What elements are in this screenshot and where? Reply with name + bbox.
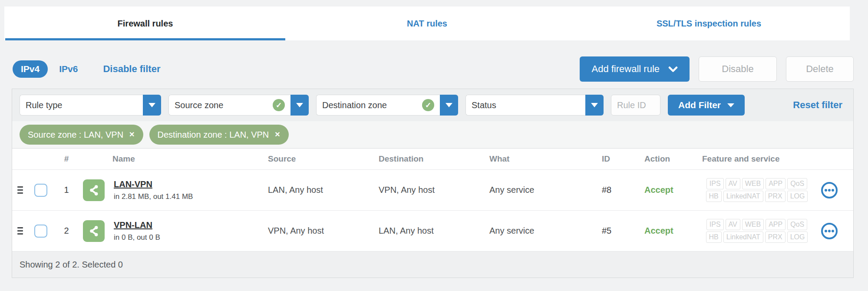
destination-zone-dropdown[interactable]: Destination zone ✓ xyxy=(316,95,458,116)
add-firewall-rule-button[interactable]: Add firewall rule xyxy=(580,56,690,82)
row-checkbox[interactable] xyxy=(34,225,47,238)
header-name: Name xyxy=(79,154,265,164)
feature-badge: LOG xyxy=(787,231,808,243)
reset-filter-link[interactable]: Reset filter xyxy=(793,99,842,111)
rule-id: #5 xyxy=(599,226,642,236)
rule-name-link[interactable]: LAN-VPN xyxy=(114,179,152,189)
rule-id: #8 xyxy=(599,185,642,195)
feature-badge: WEB xyxy=(742,219,764,230)
source-zone-dropdown-field[interactable]: Source zone ✓ xyxy=(168,95,290,116)
source-zone-dropdown-label: Source zone xyxy=(175,100,223,110)
tab-nat-rules[interactable]: NAT rules xyxy=(286,7,568,40)
filter-chip-destination-zone: Destination zone : LAN, VPN ✕ xyxy=(149,125,289,145)
table-row: 2 VPN-LAN in 0 B, out 0 B VPN, Any host … xyxy=(12,211,853,251)
rule-type-dropdown-field[interactable]: Rule type xyxy=(20,95,143,116)
feature-badge: IPS xyxy=(706,219,724,230)
disable-filter-link[interactable]: Disable filter xyxy=(103,63,160,75)
drag-handle-icon[interactable] xyxy=(16,185,25,195)
header-number: # xyxy=(53,154,79,164)
firewall-rules-page: Firewall rules NAT rules SSL/TLS inspect… xyxy=(0,0,868,291)
status-dropdown-field[interactable]: Status xyxy=(465,95,585,116)
feature-badge: PRX xyxy=(765,231,785,243)
table-row: 1 LAN-VPN in 2.81 MB, out 1.41 MB LAN, A… xyxy=(12,170,853,211)
destination-zone-dropdown-button[interactable] xyxy=(440,95,458,116)
rule-destination: LAN, Any host xyxy=(376,226,487,236)
filter-applied-check-icon: ✓ xyxy=(273,99,285,111)
filter-chip-source-zone: Source zone : LAN, VPN ✕ xyxy=(20,125,143,145)
toolbar: IPv4 IPv6 Disable filter Add firewall ru… xyxy=(13,56,854,83)
toolbar-actions: Add firewall rule Disable Delete xyxy=(580,56,854,82)
filter-bar: Rule type Source zone ✓ Destination zone… xyxy=(12,89,853,121)
ipv6-toggle[interactable]: IPv6 xyxy=(59,64,78,74)
drag-handle-icon[interactable] xyxy=(16,225,25,236)
tab-firewall-rules[interactable]: Firewall rules xyxy=(4,7,286,40)
table-footer: Showing 2 of 2. Selected 0 xyxy=(12,251,853,278)
rule-id-input[interactable] xyxy=(611,95,660,116)
chevron-down-icon xyxy=(668,66,678,72)
rule-traffic-stats: in 2.81 MB, out 1.41 MB xyxy=(114,192,193,201)
rule-type-dropdown[interactable]: Rule type xyxy=(20,95,161,116)
add-firewall-rule-label: Add firewall rule xyxy=(591,63,660,75)
tab-ssl-tls-inspection-rules[interactable]: SSL/TLS inspection rules xyxy=(568,7,850,40)
status-dropdown-button[interactable] xyxy=(585,95,604,116)
rule-source: VPN, Any host xyxy=(265,226,376,236)
row-number: 2 xyxy=(53,226,79,236)
feature-badge: HB xyxy=(706,191,722,202)
status-dropdown[interactable]: Status xyxy=(465,95,604,116)
header-source: Source xyxy=(265,154,376,164)
caret-down-icon xyxy=(296,103,303,107)
feature-badges: IPSAVWEBAPPQoSHBLinkedNATPRXLOG xyxy=(702,178,812,202)
disable-button[interactable]: Disable xyxy=(699,56,777,82)
ipv4-toggle[interactable]: IPv4 xyxy=(13,60,48,78)
rules-tabbar: Firewall rules NAT rules SSL/TLS inspect… xyxy=(4,7,850,40)
destination-zone-dropdown-label: Destination zone xyxy=(322,100,387,110)
header-feature-and-service: Feature and service xyxy=(700,154,853,164)
feature-badge: QoS xyxy=(787,178,807,189)
feature-badge: APP xyxy=(766,178,785,189)
header-action: Action xyxy=(642,154,700,164)
active-filter-chips: Source zone : LAN, VPN ✕ Destination zon… xyxy=(12,121,853,149)
caret-down-icon xyxy=(446,103,452,107)
rule-name-link[interactable]: VPN-LAN xyxy=(114,220,152,230)
feature-badge: QoS xyxy=(787,219,807,230)
status-dropdown-label: Status xyxy=(472,100,496,110)
caret-down-icon xyxy=(149,103,155,107)
rule-type-dropdown-button[interactable] xyxy=(143,95,161,116)
add-filter-button[interactable]: Add Filter xyxy=(668,95,745,116)
remove-chip-icon[interactable]: ✕ xyxy=(274,131,280,138)
row-menu-button[interactable] xyxy=(821,182,838,198)
feature-badges: IPSAVWEBAPPQoSHBLinkedNATPRXLOG xyxy=(702,219,812,242)
feature-badge: IPS xyxy=(706,178,724,189)
add-filter-label: Add Filter xyxy=(678,100,721,110)
caret-down-icon xyxy=(727,103,734,107)
row-number: 1 xyxy=(53,185,79,195)
rule-destination: VPN, Any host xyxy=(376,185,487,195)
row-checkbox[interactable] xyxy=(34,184,47,197)
source-zone-dropdown[interactable]: Source zone ✓ xyxy=(168,95,309,116)
delete-button[interactable]: Delete xyxy=(786,56,854,82)
filter-applied-check-icon: ✓ xyxy=(422,99,434,111)
header-destination: Destination xyxy=(376,154,487,164)
rule-what: Any service xyxy=(487,185,599,195)
feature-badge: LOG xyxy=(787,191,808,202)
feature-badge: AV xyxy=(726,178,740,189)
feature-badge: APP xyxy=(766,219,785,230)
source-zone-dropdown-button[interactable] xyxy=(290,95,309,116)
header-what: What xyxy=(487,154,599,164)
showing-status-text: Showing 2 of 2. Selected 0 xyxy=(20,260,123,270)
traffic-rule-icon xyxy=(83,179,105,201)
feature-badge: WEB xyxy=(742,178,764,189)
remove-chip-icon[interactable]: ✕ xyxy=(129,131,135,138)
table-header: # Name Source Destination What ID Action… xyxy=(12,149,853,170)
caret-down-icon xyxy=(591,103,598,107)
rule-traffic-stats: in 0 B, out 0 B xyxy=(114,233,160,242)
traffic-rule-icon xyxy=(83,220,105,242)
rules-panel: Rule type Source zone ✓ Destination zone… xyxy=(12,89,854,278)
filter-chip-label: Destination zone : LAN, VPN xyxy=(158,130,269,140)
feature-badge: AV xyxy=(726,219,740,230)
rule-action: Accept xyxy=(642,185,700,195)
row-menu-button[interactable] xyxy=(821,223,838,239)
feature-badge: HB xyxy=(706,231,722,243)
destination-zone-dropdown-field[interactable]: Destination zone ✓ xyxy=(316,95,440,116)
rule-what: Any service xyxy=(487,226,599,236)
